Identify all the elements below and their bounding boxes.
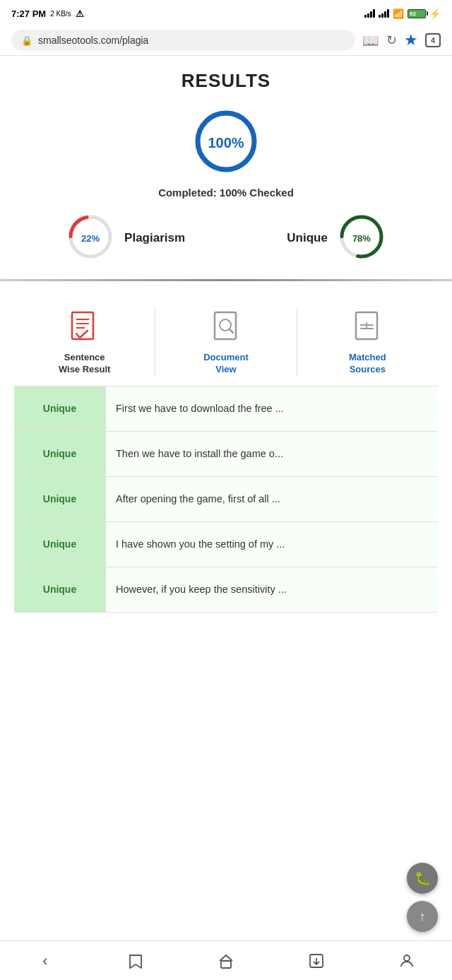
plagiarism-donut: 22% [65, 211, 116, 265]
main-content: RESULTS 100% Completed: 100% Checked 22% [0, 56, 452, 620]
nav-download-button[interactable] [299, 943, 334, 979]
url-text: smallseotools.com/plagia [38, 35, 148, 46]
result-text-5: However, if you keep the sensitivity ... [106, 567, 438, 612]
nav-profile-button[interactable] [389, 943, 424, 979]
table-row: Unique Then we have to install the game … [14, 432, 438, 477]
results-title: RESULTS [14, 70, 438, 92]
charging-icon: ⚡ [429, 8, 441, 19]
star-icon[interactable]: ★ [404, 31, 418, 49]
unique-badge-3: Unique [14, 477, 106, 521]
section-divider [0, 279, 452, 281]
nav-bookmarks-button[interactable] [118, 943, 153, 979]
tabs-count-box[interactable]: 4 [425, 33, 441, 47]
data-rate: 2 KB/s [50, 10, 71, 18]
nav-home-button[interactable] [208, 943, 244, 979]
book-icon[interactable]: 📖 [362, 33, 379, 49]
result-text-3: After opening the game, first of all ... [106, 477, 438, 521]
table-row: Unique I have shown you the setting of m… [14, 522, 438, 567]
scroll-up-button[interactable]: ↑ [407, 901, 438, 932]
bottom-nav: ‹ [0, 940, 452, 980]
big-donut-label: 100% [208, 135, 244, 151]
result-text-2: Then we have to install the game o... [106, 432, 438, 476]
sentence-wise-label: SentenceWise Result [59, 352, 111, 376]
status-bar: 7:27 PM 2 KB/s ⚠ 📶 82 ⚡ [0, 0, 452, 25]
wifi-icon: 📶 [393, 8, 404, 19]
big-donut: 100% [191, 106, 261, 179]
unique-donut: 78% [336, 211, 387, 265]
matched-sources-icon [349, 309, 386, 346]
sentence-wise-tab[interactable]: SentenceWise Result [14, 309, 155, 376]
table-row: Unique However, if you keep the sensitiv… [14, 567, 438, 613]
url-field[interactable]: 🔒 smallseotools.com/plagia [11, 30, 355, 51]
result-text-1: First we have to download the free ... [106, 386, 438, 431]
big-donut-wrapper: 100% [14, 106, 438, 179]
table-row: Unique First we have to download the fre… [14, 386, 438, 432]
svg-rect-10 [215, 312, 236, 339]
unique-section: Unique 78% [287, 211, 387, 265]
document-view-label: DocumentView [203, 352, 249, 376]
table-row: Unique After opening the game, first of … [14, 477, 438, 522]
refresh-icon[interactable]: ↻ [386, 33, 397, 48]
matched-sources-label: MatchedSources [349, 352, 386, 376]
unique-label: Unique [287, 231, 328, 245]
floating-buttons: 🐛 ↑ [407, 863, 438, 932]
svg-line-12 [229, 329, 233, 333]
unique-badge-2: Unique [14, 432, 106, 476]
bug-report-button[interactable]: 🐛 [407, 863, 438, 894]
unique-badge-4: Unique [14, 522, 106, 567]
plagiarism-section: 22% Plagiarism [65, 211, 185, 265]
sentence-wise-icon [66, 309, 103, 346]
time: 7:27 PM [11, 8, 46, 19]
result-rows-container: Unique First we have to download the fre… [14, 386, 438, 613]
result-text-4: I have shown you the setting of my ... [106, 522, 438, 567]
signal-icon-2 [379, 9, 389, 18]
nav-back-button[interactable]: ‹ [28, 943, 63, 979]
warning-icon: ⚠ [76, 8, 84, 19]
plagiarism-label: Plagiarism [124, 231, 185, 245]
document-view-icon [208, 309, 244, 346]
unique-badge-1: Unique [14, 386, 106, 431]
status-left: 7:27 PM 2 KB/s ⚠ [11, 8, 84, 19]
unique-pct: 78% [352, 233, 371, 244]
signal-icon-1 [364, 9, 375, 18]
completed-text: Completed: 100% Checked [14, 187, 438, 199]
unique-badge-5: Unique [14, 567, 106, 612]
svg-rect-18 [221, 961, 231, 968]
svg-point-20 [404, 955, 410, 961]
url-bar: 🔒 smallseotools.com/plagia 📖 ↻ ★ 4 [0, 25, 452, 56]
plag-unique-row: 22% Plagiarism Unique 78% [14, 211, 438, 265]
battery-icon: 82 [408, 9, 426, 18]
status-right: 📶 82 ⚡ [364, 8, 441, 19]
document-view-tab[interactable]: DocumentView [155, 309, 297, 376]
matched-sources-tab[interactable]: MatchedSources [297, 309, 438, 376]
plagiarism-pct: 22% [81, 233, 100, 244]
view-tabs-row: SentenceWise Result DocumentView [14, 302, 438, 386]
lock-icon: 🔒 [21, 35, 32, 46]
